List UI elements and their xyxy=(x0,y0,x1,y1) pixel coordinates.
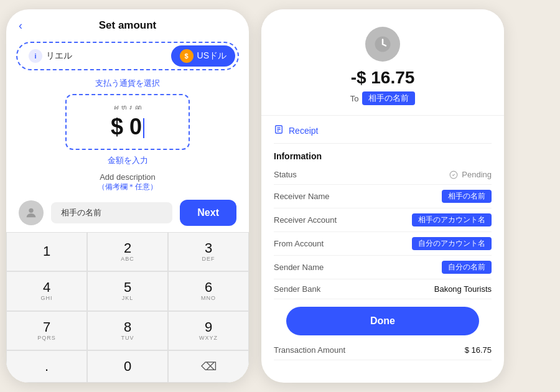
receipt-label: Receipt xyxy=(289,126,318,136)
receiver-account-key: Receiver Account xyxy=(274,215,337,225)
dollar-icon: $ xyxy=(180,49,194,63)
amount-value: $ 0 xyxy=(79,114,176,140)
done-button[interactable]: Done xyxy=(286,307,479,335)
amount-khmer-label: សហរណ xyxy=(79,104,176,111)
key-1[interactable]: 1 xyxy=(6,232,87,271)
key-backspace[interactable]: ⌫ xyxy=(168,350,249,383)
back-button[interactable]: ‹ xyxy=(19,19,22,32)
sender-name-value: 自分の名前 xyxy=(442,261,492,274)
amount-caption: 金額を入力 xyxy=(6,155,249,166)
info-row-receiver-account: Receiver Account 相手のアカウント名 xyxy=(274,208,492,232)
receipt-body: Receipt Information Status Pending Recei… xyxy=(261,116,504,383)
left-phone: ‹ Set amount i リエル $ USドル 支払う通貨を選択 សហរណ … xyxy=(6,9,249,383)
status-icon xyxy=(449,170,458,179)
sender-name-key: Sender Name xyxy=(274,263,324,272)
from-account-value: 自分のアカウント名 xyxy=(412,237,492,250)
next-button[interactable]: Next xyxy=(180,200,236,226)
numpad: 1 2ABC 3DEF 4GHI 5JKL 6MNO 7PQRS 8TUV 9W… xyxy=(6,232,249,383)
key-7[interactable]: 7PQRS xyxy=(6,311,87,350)
key-4[interactable]: 4GHI xyxy=(6,271,87,310)
from-account-key: From Account xyxy=(274,239,324,248)
description-area[interactable]: Add description （備考欄＊任意） xyxy=(6,172,249,192)
riel-label: リエル xyxy=(46,50,72,62)
currency-subtitle: 支払う通貨を選択 xyxy=(6,78,249,89)
to-row: To 相手の名前 xyxy=(350,91,416,105)
right-phone: -$ 16.75 To 相手の名前 Receipt Information St… xyxy=(261,9,504,383)
transaction-amount-key: Transaction Amount xyxy=(274,345,345,355)
transaction-amount-value: $ 16.75 xyxy=(465,345,492,355)
action-row: 相手の名前 Next xyxy=(6,200,249,226)
svg-point-0 xyxy=(29,208,33,213)
info-row-from-account: From Account 自分のアカウント名 xyxy=(274,232,492,256)
receiver-account-value: 相手のアカウント名 xyxy=(412,213,492,226)
sender-bank-value: Bakong Tourists xyxy=(434,284,492,294)
riel-icon: i xyxy=(29,49,42,63)
sender-bank-key: Sender Bank xyxy=(274,284,320,294)
info-row-receiver-name: Receiver Name 相手の名前 xyxy=(274,185,492,208)
currency-usd-btn[interactable]: $ USドル xyxy=(171,45,235,67)
info-row-transaction-amount: Transaction Amount $ 16.75 xyxy=(274,340,492,360)
receiver-name-value: 相手の名前 xyxy=(442,190,492,203)
key-2[interactable]: 2ABC xyxy=(87,232,168,271)
main-container: ‹ Set amount i リエル $ USドル 支払う通貨を選択 សហរណ … xyxy=(6,9,554,383)
info-row-sender-name: Sender Name 自分の名前 xyxy=(274,256,492,279)
status-value: Pending xyxy=(462,170,492,179)
currency-riel-btn[interactable]: i リエル xyxy=(20,45,81,67)
key-8[interactable]: 8TUV xyxy=(87,311,168,350)
description-line2: （備考欄＊任意） xyxy=(98,182,157,191)
information-title: Information xyxy=(274,144,492,165)
page-title: Set amount xyxy=(99,19,157,32)
to-label: To xyxy=(350,94,359,103)
key-0[interactable]: 0 xyxy=(87,350,168,383)
receiver-name-key: Receiver Name xyxy=(274,192,330,201)
currency-selector: i リエル $ USドル xyxy=(16,42,239,70)
amount-input-box[interactable]: សហរណ $ 0 xyxy=(65,94,190,150)
key-9[interactable]: 9WXYZ xyxy=(168,311,249,350)
key-3[interactable]: 3DEF xyxy=(168,232,249,271)
receiver-name-tag: 相手の名前 xyxy=(51,202,172,223)
info-row-sender-bank: Sender Bank Bakong Tourists xyxy=(274,279,492,299)
receipt-header: -$ 16.75 To 相手の名前 xyxy=(261,9,504,116)
clock-icon xyxy=(365,27,400,62)
usd-label: USドル xyxy=(197,50,226,62)
key-6[interactable]: 6MNO xyxy=(168,271,249,310)
info-row-status: Status Pending xyxy=(274,165,492,185)
status-key: Status xyxy=(274,170,297,179)
phone-header: ‹ Set amount xyxy=(6,9,249,37)
receipt-section: Receipt xyxy=(274,116,492,144)
description-line1: Add description xyxy=(6,172,249,182)
transaction-amount-display: -$ 16.75 xyxy=(351,68,415,88)
to-name: 相手の名前 xyxy=(362,91,415,105)
key-5[interactable]: 5JKL xyxy=(87,271,168,310)
avatar xyxy=(19,200,44,225)
receipt-icon xyxy=(274,124,284,137)
key-dot[interactable]: . xyxy=(6,350,87,383)
